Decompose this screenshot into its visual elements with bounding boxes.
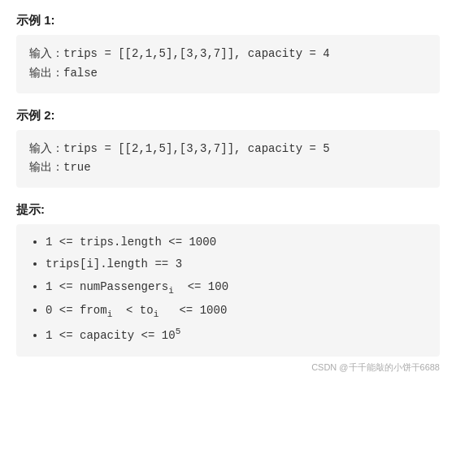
example1-input-line: 输入：trips = [[2,1,5],[3,3,7]], capacity =…	[29, 45, 427, 64]
example1-section: 示例 1: 输入：trips = [[2,1,5],[3,3,7]], capa…	[16, 13, 440, 93]
footer-text: CSDN @千千能敲的小饼干6688	[311, 362, 440, 372]
hint-item-4: 0 <= fromi < toi <= 1000	[46, 301, 427, 323]
example2-output-label: 输出：	[29, 161, 63, 174]
hints-section: 提示: 1 <= trips.length <= 1000 trips[i].l…	[16, 202, 440, 356]
example1-title: 示例 1:	[16, 13, 440, 28]
example1-code-block: 输入：trips = [[2,1,5],[3,3,7]], capacity =…	[16, 35, 440, 93]
hint-item-1: 1 <= trips.length <= 1000	[46, 232, 427, 253]
example1-output-value: false	[63, 67, 98, 80]
example2-input-label: 输入：	[29, 142, 63, 155]
example1-input-value: trips = [[2,1,5],[3,3,7]], capacity = 4	[63, 47, 330, 60]
footer: CSDN @千千能敲的小饼干6688	[16, 361, 440, 374]
example2-code-block: 输入：trips = [[2,1,5],[3,3,7]], capacity =…	[16, 130, 440, 188]
hint-item-3: 1 <= numPassengersi <= 100	[46, 277, 427, 300]
example1-output-label: 输出：	[29, 67, 63, 80]
hints-list: 1 <= trips.length <= 1000 trips[i].lengt…	[29, 232, 427, 346]
example2-input-line: 输入：trips = [[2,1,5],[3,3,7]], capacity =…	[29, 140, 427, 159]
hint-item-2: trips[i].length == 3	[46, 254, 427, 275]
example2-title: 示例 2:	[16, 108, 440, 123]
example2-section: 示例 2: 输入：trips = [[2,1,5],[3,3,7]], capa…	[16, 108, 440, 188]
example1-input-label: 输入：	[29, 47, 63, 60]
example1-output-line: 输出：false	[29, 64, 427, 84]
example2-output-value: true	[63, 161, 91, 174]
hints-title: 提示:	[16, 202, 440, 218]
hint-item-5: 1 <= capacity <= 105	[46, 325, 427, 347]
example2-input-value: trips = [[2,1,5],[3,3,7]], capacity = 5	[63, 142, 330, 155]
example2-output-line: 输出：true	[29, 158, 427, 178]
hints-box: 1 <= trips.length <= 1000 trips[i].lengt…	[16, 224, 440, 356]
